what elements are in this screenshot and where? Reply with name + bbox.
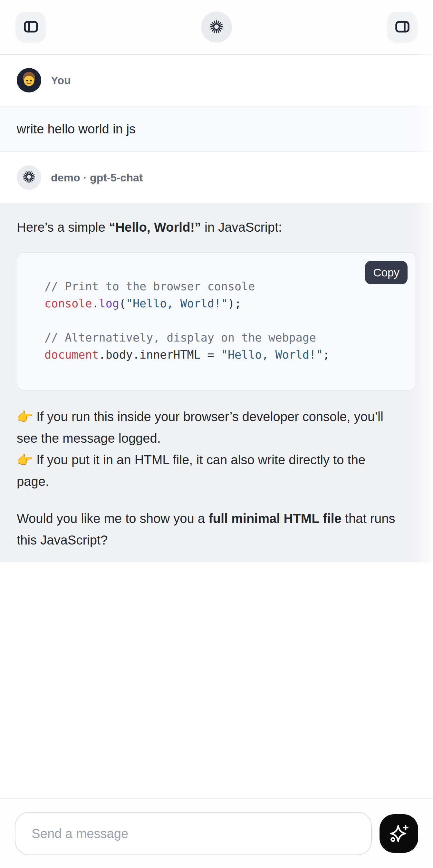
user-message: write hello world in js [0,106,433,152]
panel-right-icon [394,19,411,36]
paragraph: Would you like me to show you a full min… [17,508,416,551]
user-turn-header: You [0,55,433,106]
paragraph: 👉 If you run this inside your browser’s … [17,406,416,492]
message-line: page. [17,471,416,492]
chat-app: You write hello world in js demo · gpt-5… [0,0,433,562]
assistant-name: demo · gpt-5-chat [51,172,143,184]
assistant-avatar [17,165,41,190]
assistant-message: Here’s a simple “Hello, World!” in JavaS… [0,203,433,562]
message-line: this JavaScript? [17,529,416,551]
code-line: console.log("Hello, World!"); [44,295,403,312]
message-input[interactable] [15,812,372,855]
code-line: // Print to the browser console [44,278,403,295]
top-bar [0,0,433,55]
user-avatar [17,68,41,92]
composer [0,798,433,868]
conversation: You write hello world in js demo · gpt-5… [0,55,433,562]
sidebar-toggle-button[interactable] [16,12,46,42]
starburst-icon [22,170,36,185]
code-line: // Alternatively, display on the webpage [44,329,403,346]
model-logo-button[interactable] [201,11,232,42]
starburst-icon [209,19,224,35]
code-content: // Print to the browser consoleconsole.l… [44,278,403,364]
code-block: Copy // Print to the browser consolecons… [17,252,416,391]
message-line: Would you like me to show you a full min… [17,508,416,529]
panel-left-icon [23,19,39,36]
intro-line: Here’s a simple “Hello, World!” in JavaS… [17,217,416,238]
message-line: 👉 If you put it in an HTML file, it can … [17,449,416,471]
assistant-turn-header: demo · gpt-5-chat [0,152,433,203]
user-message-text: write hello world in js [17,122,136,136]
code-line: document.body.innerHTML = "Hello, World!… [44,346,403,364]
person-emoji-icon [17,68,41,92]
send-button[interactable] [379,814,418,853]
message-line: 👉 If you run this inside your browser’s … [17,406,416,428]
copy-button[interactable]: Copy [365,261,407,284]
user-name: You [51,74,71,87]
panel-right-toggle-button[interactable] [387,12,417,42]
assistant-paragraphs: 👉 If you run this inside your browser’s … [17,406,416,551]
code-line [44,312,403,329]
sparkle-plus-icon [389,823,409,844]
message-line: see the message logged. [17,428,416,449]
